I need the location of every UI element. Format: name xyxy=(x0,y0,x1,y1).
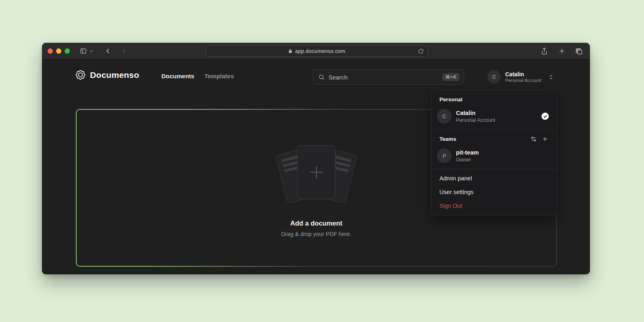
avatar: C xyxy=(487,70,501,84)
avatar: C xyxy=(437,109,452,123)
divider xyxy=(431,169,557,169)
dropzone-title: Add a document xyxy=(290,220,342,227)
sidebar-menu-chevron-icon[interactable] xyxy=(89,49,94,53)
divider xyxy=(431,129,557,130)
personal-section-label: Personal xyxy=(431,92,557,106)
menu-item-user-settings[interactable]: User settings xyxy=(431,185,557,199)
chevron-up-down-icon xyxy=(548,74,554,80)
back-button-icon[interactable] xyxy=(102,46,113,56)
search-bar[interactable]: ⌘+K xyxy=(313,69,464,85)
account-menu-button[interactable]: C Catalin Personal Account xyxy=(487,70,554,84)
browser-window: app.documenso.com xyxy=(42,43,590,274)
illustration-card-center xyxy=(297,145,336,199)
main-nav: Documents Templates xyxy=(161,73,234,79)
toolbar-right-group xyxy=(539,43,584,59)
close-window-button[interactable] xyxy=(48,48,53,54)
brand-name: Documenso xyxy=(90,70,139,80)
nav-templates[interactable]: Templates xyxy=(205,73,234,79)
nav-documents[interactable]: Documents xyxy=(161,73,194,79)
team-item-pit-team[interactable]: P pit-team Owner xyxy=(431,145,557,166)
refresh-icon[interactable] xyxy=(418,48,424,54)
address-bar[interactable]: app.documenso.com xyxy=(206,45,428,57)
selected-check-icon xyxy=(542,113,549,120)
documenso-app-page: Documenso Documents Templates ⌘+K C Cata… xyxy=(42,59,590,274)
browser-toolbar: app.documenso.com xyxy=(42,43,590,59)
search-icon xyxy=(318,74,325,80)
url-text: app.documenso.com xyxy=(295,48,345,54)
window-controls xyxy=(48,48,70,54)
account-dropdown-menu: Personal C Catalin Personal Account Team… xyxy=(431,90,557,215)
lock-icon xyxy=(288,48,293,54)
menu-item-sign-out[interactable]: Sign Out xyxy=(431,199,557,213)
toolbar-left-group xyxy=(78,46,129,56)
minimize-window-button[interactable] xyxy=(56,48,61,54)
forward-button-icon[interactable] xyxy=(119,46,129,56)
account-name: Catalin xyxy=(505,71,542,77)
team-role: Owner xyxy=(456,157,479,163)
search-shortcut-badge: ⌘+K xyxy=(442,73,460,81)
avatar: P xyxy=(437,148,452,163)
add-team-icon[interactable] xyxy=(542,136,548,142)
account-name: Catalin xyxy=(456,110,495,117)
personal-account-item[interactable]: C Catalin Personal Account xyxy=(431,106,557,127)
manage-teams-icon[interactable] xyxy=(531,136,537,142)
documenso-logo-icon xyxy=(75,69,86,80)
dropzone-subtitle: Drag & drop your PDF here. xyxy=(281,231,351,237)
menu-item-admin-panel[interactable]: Admin panel xyxy=(431,171,557,185)
new-tab-icon[interactable] xyxy=(556,46,567,56)
account-subtitle: Personal Account xyxy=(505,78,542,83)
share-icon[interactable] xyxy=(539,46,550,56)
zoom-window-button[interactable] xyxy=(65,48,70,54)
search-input[interactable] xyxy=(328,74,442,81)
sidebar-toggle-icon[interactable] xyxy=(78,46,88,56)
tab-overview-icon[interactable] xyxy=(574,46,584,56)
teams-section-label: Teams xyxy=(431,132,557,145)
plus-icon xyxy=(307,163,326,182)
brand[interactable]: Documenso xyxy=(75,69,139,80)
documents-illustration xyxy=(272,144,361,205)
account-subtitle: Personal Account xyxy=(456,117,495,123)
team-name: pit-team xyxy=(456,149,479,156)
